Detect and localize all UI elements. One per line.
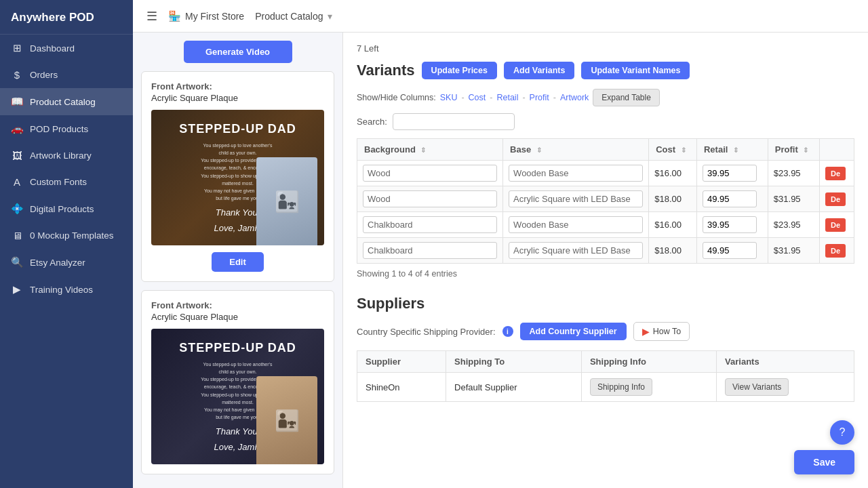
artwork-2-photo: 👨‍👧 xyxy=(256,376,317,464)
sidebar-item-product-catalog[interactable]: 📖 Product Catalog xyxy=(0,88,133,115)
cell-retail-1 xyxy=(696,186,768,212)
sidebar: Anywhere POD ⊞ Dashboard $ Orders 📖 Prod… xyxy=(0,0,133,488)
hamburger-menu-button[interactable]: ☰ xyxy=(146,9,157,24)
show-hide-columns-bar: Show/Hide Columns: SKU - Cost - Retail -… xyxy=(357,89,854,106)
cell-background-0 xyxy=(357,161,503,186)
how-to-label: How To xyxy=(653,327,681,336)
column-artwork-toggle[interactable]: Artwork xyxy=(560,93,589,102)
main-content: ☰ 🏪 My First Store Product Catalog ▾ Gen… xyxy=(133,0,868,488)
column-cost-toggle[interactable]: Cost xyxy=(469,93,486,102)
topbar: ☰ 🏪 My First Store Product Catalog ▾ xyxy=(133,0,868,33)
variants-search-bar: Search: xyxy=(357,113,854,130)
artwork-card-2-image: STEPPED-UP DAD You stepped-up to love an… xyxy=(151,329,324,464)
how-to-button[interactable]: ▶ How To xyxy=(633,322,690,341)
artwork-card-2-subtitle: Acrylic Square Plaque xyxy=(151,312,324,322)
sidebar-item-label-digital-products: Digital Products xyxy=(30,204,94,214)
sidebar-item-label-artwork-library: Artwork Library xyxy=(30,150,92,161)
cell-background-1 xyxy=(357,186,503,212)
cell-delete-0: De xyxy=(820,161,854,186)
expand-table-button[interactable]: Expand Table xyxy=(593,89,660,106)
artwork-card-1-image: STEPPED-UP DAD You stepped-up to love an… xyxy=(151,110,324,245)
search-label: Search: xyxy=(357,117,387,127)
sidebar-item-mockup-templates[interactable]: 🖥 0 Mockup Templates xyxy=(0,222,133,249)
info-icon[interactable]: i xyxy=(502,326,513,337)
custom-fonts-icon: A xyxy=(11,176,23,188)
right-panel: 7 Left Variants Update Prices Add Varian… xyxy=(343,33,868,488)
retail-input-0[interactable] xyxy=(703,165,757,182)
supplier-row: ShineOn Default Supplier Shipping Info V… xyxy=(357,373,854,402)
search-input[interactable] xyxy=(393,113,515,130)
help-button[interactable]: ? xyxy=(830,420,854,445)
column-sku-toggle[interactable]: SKU xyxy=(440,93,458,102)
sidebar-item-label-product-catalog: Product Catalog xyxy=(30,97,96,107)
sidebar-item-label-orders: Orders xyxy=(30,70,58,80)
background-input-1[interactable] xyxy=(363,190,497,207)
left-panel: Generate Video Front Artwork: Acrylic Sq… xyxy=(133,33,343,488)
sidebar-item-custom-fonts[interactable]: A Custom Fonts xyxy=(0,169,133,195)
artwork-photo: 👨‍👧 xyxy=(256,157,317,245)
column-retail-toggle[interactable]: Retail xyxy=(496,93,518,102)
update-variant-names-button[interactable]: Update Variant Names xyxy=(581,62,690,79)
generate-video-button[interactable]: Generate Video xyxy=(184,41,292,63)
cell-base-2 xyxy=(503,212,649,238)
variants-header: Variants Update Prices Add Variants Upda… xyxy=(357,62,854,79)
product-catalog-icon: 📖 xyxy=(11,96,23,108)
sidebar-item-etsy-analyzer[interactable]: 🔍 Etsy Analyzer xyxy=(0,249,133,276)
orders-icon: $ xyxy=(11,69,23,81)
artwork-card-2-title: Front Artwork: xyxy=(151,300,324,310)
pod-products-icon: 🚗 xyxy=(11,123,23,135)
sidebar-item-training-videos[interactable]: ▶ Training Videos xyxy=(0,276,133,303)
save-button[interactable]: Save xyxy=(794,450,854,474)
base-input-1[interactable] xyxy=(509,190,643,207)
breadcrumb-dropdown-icon[interactable]: ▾ xyxy=(328,11,332,22)
sidebar-item-orders[interactable]: $ Orders xyxy=(0,62,133,88)
supplier-col-variants: Variants xyxy=(717,351,854,373)
sidebar-item-artwork-library[interactable]: 🖼 Artwork Library xyxy=(0,142,133,169)
shipping-info-cell-0: Shipping Info xyxy=(581,373,716,402)
store-name: My First Store xyxy=(185,11,244,22)
retail-input-1[interactable] xyxy=(703,190,757,207)
col-actions xyxy=(820,139,854,161)
sidebar-item-dashboard[interactable]: ⊞ Dashboard xyxy=(0,35,133,62)
add-variants-button[interactable]: Add Variants xyxy=(504,62,574,79)
base-input-0[interactable] xyxy=(509,165,643,182)
cell-profit-0: $23.95 xyxy=(768,161,819,186)
col-profit: Profit ⇕ xyxy=(768,139,819,161)
background-input-0[interactable] xyxy=(363,165,497,182)
sidebar-item-pod-products[interactable]: 🚗 POD Products xyxy=(0,115,133,142)
shipping-info-button-0[interactable]: Shipping Info xyxy=(590,378,652,396)
store-selector[interactable]: 🏪 My First Store xyxy=(168,10,244,22)
delete-row-button-1[interactable]: De xyxy=(825,192,846,206)
cell-background-2 xyxy=(357,212,503,238)
retail-input-2[interactable] xyxy=(703,216,757,233)
delete-row-button-3[interactable]: De xyxy=(825,244,846,258)
delete-row-button-0[interactable]: De xyxy=(825,167,846,180)
training-videos-icon: ▶ xyxy=(11,283,23,296)
background-input-2[interactable] xyxy=(363,216,497,233)
supplier-col-supplier: Supplier xyxy=(357,351,446,373)
variants-title: Variants xyxy=(357,62,415,79)
delete-row-button-2[interactable]: De xyxy=(825,218,846,232)
base-input-2[interactable] xyxy=(509,216,643,233)
update-prices-button[interactable]: Update Prices xyxy=(422,62,497,79)
col-cost: Cost ⇕ xyxy=(649,139,697,161)
cell-cost-1: $18.00 xyxy=(649,186,697,212)
column-profit-toggle[interactable]: Profit xyxy=(530,93,549,102)
cell-base-0 xyxy=(503,161,649,186)
mockup-templates-icon: 🖥 xyxy=(11,230,23,241)
add-country-supplier-button[interactable]: Add Country Supplier xyxy=(520,323,627,340)
supplier-meta-bar: Country Specific Shipping Provider: i Ad… xyxy=(357,322,854,341)
retail-input-3[interactable] xyxy=(703,242,757,259)
base-input-3[interactable] xyxy=(509,242,643,259)
supplier-col-shipping-info: Shipping Info xyxy=(581,351,716,373)
view-variants-button-0[interactable]: View Variants xyxy=(725,378,789,396)
table-row: $16.00 $23.95 De xyxy=(357,212,854,238)
sidebar-item-digital-products[interactable]: 💠 Digital Products xyxy=(0,195,133,222)
sidebar-item-label-custom-fonts: Custom Fonts xyxy=(30,177,87,187)
cell-profit-1: $31.95 xyxy=(768,186,819,212)
background-input-3[interactable] xyxy=(363,242,497,259)
photo-placeholder: 👨‍👧 xyxy=(256,157,317,245)
cell-retail-2 xyxy=(696,212,768,238)
cell-delete-3: De xyxy=(820,238,854,264)
artwork-card-1-edit-button[interactable]: Edit xyxy=(212,252,264,272)
